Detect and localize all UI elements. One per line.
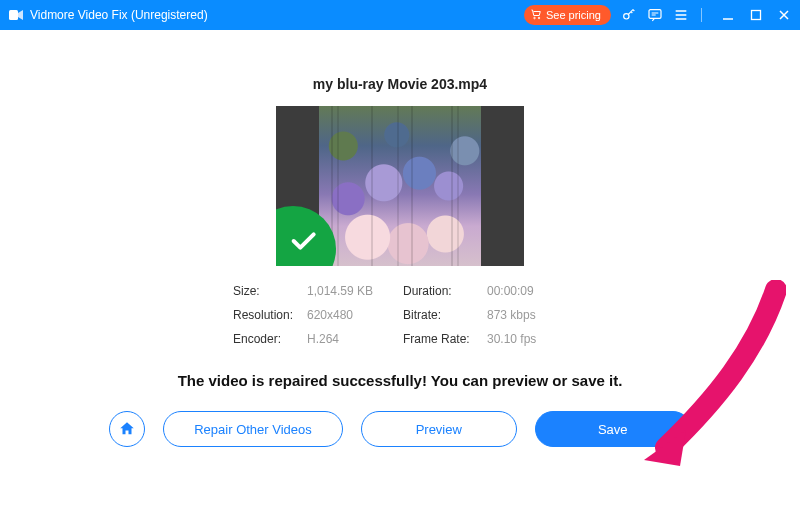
- repair-other-videos-button[interactable]: Repair Other Videos: [163, 411, 343, 447]
- main-content: my blu-ray Movie 203.mp4 Size: 1,014.59 …: [0, 30, 800, 447]
- save-button[interactable]: Save: [535, 411, 691, 447]
- svg-rect-0: [9, 10, 18, 20]
- key-icon[interactable]: [621, 7, 637, 23]
- svg-point-1: [534, 17, 536, 19]
- svg-rect-4: [649, 10, 661, 19]
- duration-value: 00:00:09: [487, 284, 567, 298]
- encoder-value: H.264: [307, 332, 403, 346]
- svg-point-2: [538, 17, 540, 19]
- size-label: Size:: [233, 284, 307, 298]
- resolution-label: Resolution:: [233, 308, 307, 322]
- app-title: Vidmore Video Fix (Unregistered): [30, 8, 208, 22]
- see-pricing-button[interactable]: See pricing: [524, 5, 611, 25]
- preview-button[interactable]: Preview: [361, 411, 517, 447]
- bitrate-value: 873 kbps: [487, 308, 567, 322]
- home-icon: [118, 420, 136, 438]
- feedback-icon[interactable]: [647, 7, 663, 23]
- video-metadata: Size: 1,014.59 KB Duration: 00:00:09 Res…: [233, 284, 567, 346]
- status-message: The video is repaired successfully! You …: [178, 372, 623, 389]
- resolution-value: 620x480: [307, 308, 403, 322]
- cart-icon: [530, 8, 542, 22]
- maximize-button[interactable]: [748, 7, 764, 23]
- close-button[interactable]: [776, 7, 792, 23]
- bitrate-label: Bitrate:: [403, 308, 487, 322]
- check-icon: [287, 225, 319, 257]
- see-pricing-label: See pricing: [546, 9, 601, 21]
- duration-label: Duration:: [403, 284, 487, 298]
- thumbnail-image: [319, 106, 481, 266]
- file-name: my blu-ray Movie 203.mp4: [313, 76, 487, 92]
- encoder-label: Encoder:: [233, 332, 307, 346]
- app-logo-icon: [8, 7, 24, 23]
- svg-rect-5: [752, 11, 761, 20]
- framerate-value: 30.10 fps: [487, 332, 567, 346]
- framerate-label: Frame Rate:: [403, 332, 487, 346]
- video-thumbnail: [276, 106, 524, 266]
- menu-icon[interactable]: [673, 7, 689, 23]
- action-bar: Repair Other Videos Preview Save: [109, 411, 691, 447]
- home-button[interactable]: [109, 411, 145, 447]
- titlebar: Vidmore Video Fix (Unregistered) See pri…: [0, 0, 800, 30]
- separator: [701, 8, 702, 22]
- svg-point-3: [624, 14, 629, 19]
- size-value: 1,014.59 KB: [307, 284, 403, 298]
- minimize-button[interactable]: [720, 7, 736, 23]
